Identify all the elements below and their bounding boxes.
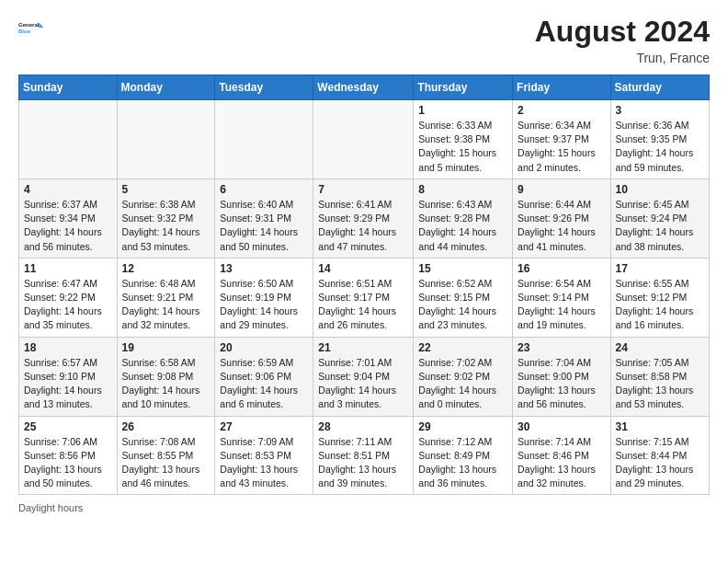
day-number: 12 — [122, 262, 210, 275]
col-monday: Monday — [117, 75, 215, 100]
day-info: Sunrise: 6:52 AM Sunset: 9:15 PM Dayligh… — [418, 277, 507, 333]
day-info: Sunrise: 7:06 AM Sunset: 8:56 PM Dayligh… — [24, 435, 112, 491]
table-row — [19, 100, 118, 179]
day-number: 1 — [418, 104, 507, 117]
table-row: 9Sunrise: 6:44 AM Sunset: 9:26 PM Daylig… — [513, 178, 611, 258]
day-info: Sunrise: 7:04 AM Sunset: 9:00 PM Dayligh… — [518, 356, 606, 412]
day-number: 23 — [518, 341, 606, 354]
calendar-week-row: 1Sunrise: 6:33 AM Sunset: 9:38 PM Daylig… — [19, 100, 710, 179]
day-number: 18 — [24, 341, 112, 354]
table-row: 8Sunrise: 6:43 AM Sunset: 9:28 PM Daylig… — [414, 178, 513, 258]
day-number: 8 — [418, 183, 507, 196]
day-info: Sunrise: 6:41 AM Sunset: 9:29 PM Dayligh… — [318, 198, 408, 254]
table-row: 3Sunrise: 6:36 AM Sunset: 9:35 PM Daylig… — [610, 100, 709, 179]
day-info: Sunrise: 6:36 AM Sunset: 9:35 PM Dayligh… — [616, 119, 704, 175]
svg-marker-2 — [39, 22, 43, 28]
day-info: Sunrise: 6:38 AM Sunset: 9:32 PM Dayligh… — [122, 198, 210, 254]
day-number: 13 — [220, 262, 308, 275]
day-info: Sunrise: 7:02 AM Sunset: 9:02 PM Dayligh… — [418, 356, 507, 412]
table-row: 22Sunrise: 7:02 AM Sunset: 9:02 PM Dayli… — [414, 337, 513, 416]
table-row: 5Sunrise: 6:38 AM Sunset: 9:32 PM Daylig… — [117, 178, 215, 258]
day-info: Sunrise: 6:54 AM Sunset: 9:14 PM Dayligh… — [518, 277, 606, 333]
table-row: 25Sunrise: 7:06 AM Sunset: 8:56 PM Dayli… — [19, 416, 118, 495]
table-row: 4Sunrise: 6:37 AM Sunset: 9:34 PM Daylig… — [19, 178, 118, 258]
day-number: 5 — [122, 183, 210, 196]
day-number: 19 — [122, 341, 210, 354]
day-number: 11 — [24, 262, 112, 275]
table-row: 1Sunrise: 6:33 AM Sunset: 9:38 PM Daylig… — [414, 100, 513, 179]
table-row: 15Sunrise: 6:52 AM Sunset: 9:15 PM Dayli… — [414, 258, 513, 337]
table-row: 26Sunrise: 7:08 AM Sunset: 8:55 PM Dayli… — [117, 416, 215, 495]
daylight-hours-label: Daylight hours — [18, 502, 83, 513]
day-number: 21 — [318, 341, 408, 354]
calendar-week-row: 4Sunrise: 6:37 AM Sunset: 9:34 PM Daylig… — [19, 178, 710, 258]
day-number: 24 — [616, 341, 704, 354]
table-row: 28Sunrise: 7:11 AM Sunset: 8:51 PM Dayli… — [313, 416, 414, 495]
day-info: Sunrise: 6:33 AM Sunset: 9:38 PM Dayligh… — [418, 119, 507, 175]
table-row: 13Sunrise: 6:50 AM Sunset: 9:19 PM Dayli… — [215, 258, 313, 337]
day-info: Sunrise: 6:51 AM Sunset: 9:17 PM Dayligh… — [318, 277, 408, 333]
day-info: Sunrise: 6:59 AM Sunset: 9:06 PM Dayligh… — [220, 356, 308, 412]
day-info: Sunrise: 6:47 AM Sunset: 9:22 PM Dayligh… — [24, 277, 112, 333]
col-wednesday: Wednesday — [313, 75, 414, 100]
day-number: 7 — [318, 183, 408, 196]
day-info: Sunrise: 7:09 AM Sunset: 8:53 PM Dayligh… — [220, 435, 308, 491]
day-number: 6 — [220, 183, 308, 196]
day-info: Sunrise: 7:12 AM Sunset: 8:49 PM Dayligh… — [418, 435, 507, 491]
day-info: Sunrise: 7:08 AM Sunset: 8:55 PM Dayligh… — [122, 435, 210, 491]
svg-text:General: General — [18, 22, 40, 28]
day-info: Sunrise: 6:55 AM Sunset: 9:12 PM Dayligh… — [616, 277, 704, 333]
table-row: 7Sunrise: 6:41 AM Sunset: 9:29 PM Daylig… — [313, 178, 414, 258]
table-row: 24Sunrise: 7:05 AM Sunset: 8:58 PM Dayli… — [610, 337, 709, 416]
table-row: 30Sunrise: 7:14 AM Sunset: 8:46 PM Dayli… — [513, 416, 611, 495]
day-info: Sunrise: 6:34 AM Sunset: 9:37 PM Dayligh… — [518, 119, 606, 175]
table-row: 10Sunrise: 6:45 AM Sunset: 9:24 PM Dayli… — [610, 178, 709, 258]
day-number: 10 — [616, 183, 704, 196]
day-info: Sunrise: 6:37 AM Sunset: 9:34 PM Dayligh… — [24, 198, 112, 254]
day-number: 20 — [220, 341, 308, 354]
calendar-header-row: Sunday Monday Tuesday Wednesday Thursday… — [19, 75, 710, 100]
day-info: Sunrise: 6:44 AM Sunset: 9:26 PM Dayligh… — [518, 198, 606, 254]
logo: GeneralBlue — [18, 15, 44, 40]
day-number: 25 — [24, 420, 112, 433]
day-number: 3 — [616, 104, 704, 117]
day-number: 16 — [518, 262, 606, 275]
col-sunday: Sunday — [19, 75, 118, 100]
col-tuesday: Tuesday — [215, 75, 313, 100]
day-info: Sunrise: 6:50 AM Sunset: 9:19 PM Dayligh… — [220, 277, 308, 333]
day-number: 28 — [318, 420, 408, 433]
calendar-week-row: 25Sunrise: 7:06 AM Sunset: 8:56 PM Dayli… — [19, 416, 710, 495]
day-info: Sunrise: 6:48 AM Sunset: 9:21 PM Dayligh… — [122, 277, 210, 333]
table-row: 31Sunrise: 7:15 AM Sunset: 8:44 PM Dayli… — [610, 416, 709, 495]
table-row: 2Sunrise: 6:34 AM Sunset: 9:37 PM Daylig… — [513, 100, 611, 179]
table-row: 27Sunrise: 7:09 AM Sunset: 8:53 PM Dayli… — [215, 416, 313, 495]
logo-icon: GeneralBlue — [18, 15, 44, 40]
table-row: 19Sunrise: 6:58 AM Sunset: 9:08 PM Dayli… — [117, 337, 215, 416]
day-number: 26 — [122, 420, 210, 433]
table-row — [313, 100, 414, 179]
table-row: 11Sunrise: 6:47 AM Sunset: 9:22 PM Dayli… — [19, 258, 118, 337]
day-number: 15 — [418, 262, 507, 275]
table-row: 23Sunrise: 7:04 AM Sunset: 9:00 PM Dayli… — [513, 337, 611, 416]
table-row — [117, 100, 215, 179]
day-info: Sunrise: 7:15 AM Sunset: 8:44 PM Dayligh… — [616, 435, 704, 491]
day-info: Sunrise: 6:57 AM Sunset: 9:10 PM Dayligh… — [24, 356, 112, 412]
day-number: 29 — [418, 420, 507, 433]
calendar-table: Sunday Monday Tuesday Wednesday Thursday… — [18, 75, 710, 495]
day-number: 22 — [418, 341, 507, 354]
day-number: 17 — [616, 262, 704, 275]
month-year: August 2024 — [535, 15, 710, 49]
table-row: 17Sunrise: 6:55 AM Sunset: 9:12 PM Dayli… — [610, 258, 709, 337]
col-thursday: Thursday — [414, 75, 513, 100]
day-info: Sunrise: 7:05 AM Sunset: 8:58 PM Dayligh… — [616, 356, 704, 412]
day-number: 30 — [518, 420, 606, 433]
day-info: Sunrise: 7:11 AM Sunset: 8:51 PM Dayligh… — [318, 435, 408, 491]
day-info: Sunrise: 6:58 AM Sunset: 9:08 PM Dayligh… — [122, 356, 210, 412]
table-row — [215, 100, 313, 179]
page: GeneralBlue August 2024 Trun, France Sun… — [0, 0, 728, 563]
footer: Daylight hours — [18, 502, 710, 513]
day-number: 27 — [220, 420, 308, 433]
col-friday: Friday — [513, 75, 611, 100]
day-number: 14 — [318, 262, 408, 275]
header: GeneralBlue August 2024 Trun, France — [18, 15, 710, 65]
